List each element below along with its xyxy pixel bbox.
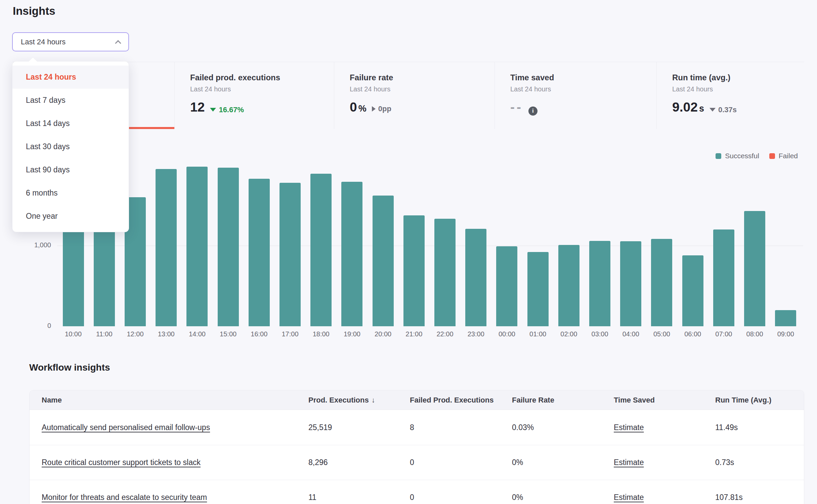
stat-card-unit: % [358,103,367,114]
menu-item-last-14-days[interactable]: Last 14 days [12,112,129,135]
column-header-prod-executions[interactable]: Prod. Executions↓ [308,396,410,405]
stat-card-failure-rate[interactable]: Failure rateLast 24 hours0%0pp [334,62,494,129]
cell-failure-rate: 0% [512,493,614,502]
page-title: Insights [13,5,55,17]
bar-successful-05:00 [651,239,672,326]
x-axis-label-00:00: 00:00 [491,330,522,338]
workflow-insights-title: Workflow insights [29,362,110,373]
x-axis-label-22:00: 22:00 [429,330,460,338]
cell-prod-executions: 11 [308,493,410,502]
cell-failed-executions: 0 [410,493,512,502]
table-row: Automatically send personalised email fo… [30,410,804,445]
x-axis-label-05:00: 05:00 [646,330,677,338]
column-header-failure-rate[interactable]: Failure Rate [512,396,614,405]
stat-card-run-time-avg[interactable]: Run time (avg.)Last 24 hours9.02s0.37s [656,62,804,129]
chart-column-16:00 [244,151,274,326]
chart-column-20:00 [368,151,398,326]
x-axis-label-06:00: 06:00 [677,330,708,338]
bar-successful-16:00 [249,179,270,326]
x-axis-label-04:00: 04:00 [615,330,646,338]
x-axis-label-19:00: 19:00 [337,330,368,338]
bar-successful-20:00 [373,196,394,326]
column-header-time-saved[interactable]: Time Saved [614,396,715,405]
x-axis-label-23:00: 23:00 [461,330,491,338]
time-range-menu: Last 24 hoursLast 7 daysLast 14 daysLast… [12,61,129,232]
stat-card-value: 12 [190,100,205,115]
stat-card-value: 0 [350,100,357,115]
y-axis-tick-0: 0 [20,322,51,330]
x-axis-label-11:00: 11:00 [89,330,120,338]
menu-item-last-90-days[interactable]: Last 90 days [12,158,129,181]
workflow-table-header: NameProd. Executions↓Failed Prod. Execut… [30,390,804,410]
chart-column-01:00 [522,151,553,326]
bar-successful-17:00 [280,183,301,326]
x-axis-label-21:00: 21:00 [398,330,429,338]
stat-card-title: Failed prod. executions [190,73,327,82]
x-axis-label-03:00: 03:00 [584,330,615,338]
menu-item-last-30-days[interactable]: Last 30 days [12,135,129,158]
time-range-select[interactable]: Last 24 hours [12,32,129,51]
chevron-up-icon [115,40,121,46]
time-range-select-value: Last 24 hours [21,38,66,46]
chart-column-18:00 [306,151,337,326]
stat-card-subtitle: Last 24 hours [672,85,798,93]
workflow-table: NameProd. Executions↓Failed Prod. Execut… [29,390,804,504]
bar-successful-22:00 [434,219,456,326]
column-header-label: Run Time (Avg.) [715,396,771,405]
x-axis-label-07:00: 07:00 [708,330,739,338]
column-header-label: Time Saved [614,396,655,405]
column-header-run-time-avg[interactable]: Run Time (Avg.) [715,396,804,405]
cell-name: Route critical customer support tickets … [42,458,308,467]
chart-column-07:00 [708,151,739,326]
delta-text: 0.37s [718,106,737,114]
cell-time-saved: Estimate [614,493,715,502]
chart-column-13:00 [151,151,182,326]
chart-column-03:00 [584,151,615,326]
x-axis-label-10:00: 10:00 [58,330,89,338]
workflow-name-link[interactable]: Monitor for threats and escalate to secu… [42,493,207,502]
chart-column-09:00 [770,151,801,326]
menu-item-last-7-days[interactable]: Last 7 days [12,89,129,112]
stat-card-value: -- [510,100,523,115]
stat-card-delta: 0.37s [710,106,737,114]
x-axis-label-01:00: 01:00 [522,330,553,338]
cell-prod-executions: 8,296 [308,458,410,467]
menu-item-6-months[interactable]: 6 months [12,181,129,205]
chart-bars [58,151,801,326]
chart-column-06:00 [677,151,708,326]
insights-page: Insights Last 24 hours Failed prod. exec… [0,0,817,504]
chart-column-17:00 [274,151,305,326]
cell-failure-rate: 0% [512,458,614,467]
chart-column-22:00 [429,151,460,326]
x-axis-label-08:00: 08:00 [739,330,770,338]
stat-card-time-saved[interactable]: Time savedLast 24 hours--i [494,62,656,129]
cell-run-time: 107.81s [715,493,804,502]
estimate-link[interactable]: Estimate [614,458,644,467]
cell-failed-executions: 0 [410,458,512,467]
menu-item-last-24-hours[interactable]: Last 24 hours [12,66,129,89]
column-header-label: Failure Rate [512,396,554,405]
stat-card-title: Time saved [510,73,650,82]
y-axis-tick-1-000: 1,000 [20,241,51,249]
delta-down-icon [210,108,216,112]
x-axis-label-09:00: 09:00 [770,330,801,338]
bar-successful-14:00 [186,167,208,326]
bar-successful-11:00 [94,225,115,326]
chart-column-05:00 [646,151,677,326]
workflow-name-link[interactable]: Automatically send personalised email fo… [42,423,210,432]
x-axis-label-17:00: 17:00 [274,330,305,338]
column-header-failed-prod-executions[interactable]: Failed Prod. Executions [410,396,512,405]
column-header-name[interactable]: Name [42,396,308,405]
estimate-link[interactable]: Estimate [614,423,644,432]
bar-successful-00:00 [496,246,517,326]
delta-down-icon [710,108,716,112]
x-axis-label-13:00: 13:00 [151,330,182,338]
sort-desc-icon: ↓ [372,396,375,404]
stat-card-delta: 16.67% [210,106,244,114]
stat-card-failed-prod-executions[interactable]: Failed prod. executionsLast 24 hours1216… [174,62,334,129]
menu-item-one-year[interactable]: One year [12,205,129,228]
chart-column-00:00 [491,151,522,326]
estimate-link[interactable]: Estimate [614,493,644,502]
workflow-name-link[interactable]: Route critical customer support tickets … [42,458,201,467]
table-row: Monitor for threats and escalate to secu… [30,480,804,504]
